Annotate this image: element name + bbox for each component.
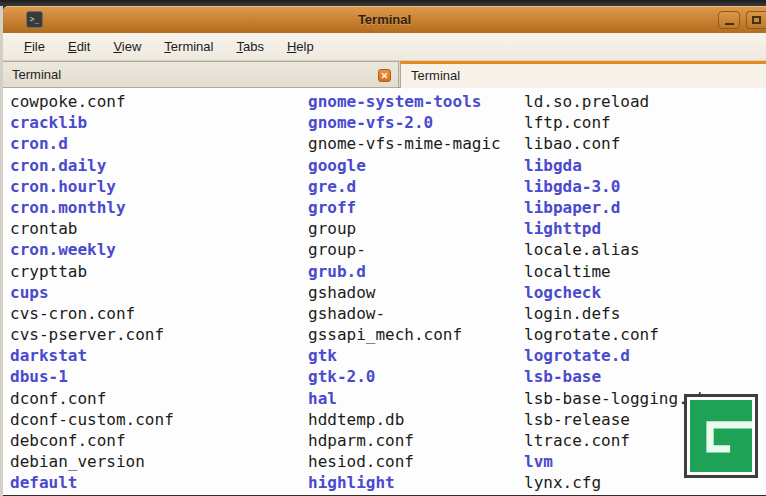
file-entry: gtk-2.0: [308, 366, 501, 387]
file-entry: gnome-vfs-mime-magic: [308, 133, 501, 154]
file-entry: lighttpd: [524, 218, 707, 239]
window-controls: [718, 11, 766, 29]
file-entry: locale.alias: [524, 239, 707, 260]
file-entry: gnome-system-tools: [308, 91, 501, 112]
file-column-3: ld.so.preloadlftp.conflibao.conflibgdali…: [524, 91, 707, 494]
tab-terminal-2[interactable]: Terminal: [400, 61, 766, 88]
maximize-icon: [752, 16, 761, 24]
file-entry: google: [308, 155, 501, 176]
file-entry: cracklib: [10, 112, 174, 133]
file-entry: ltrace.conf: [524, 430, 707, 451]
watermark-g-icon: [690, 400, 752, 472]
file-entry: logrotate.conf: [524, 324, 707, 345]
file-entry: login.defs: [524, 303, 707, 324]
file-entry: lsb-release: [524, 409, 707, 430]
file-column-2: gnome-system-toolsgnome-vfs-2.0gnome-vfs…: [308, 91, 501, 494]
file-entry: cron.monthly: [10, 197, 174, 218]
file-entry: libgda: [524, 155, 707, 176]
file-entry: lftp.conf: [524, 112, 707, 133]
file-entry: cron.weekly: [10, 239, 174, 260]
tab-close-icon[interactable]: ✕: [378, 69, 391, 82]
file-entry: gnome-vfs-2.0: [308, 112, 501, 133]
tab-terminal-1[interactable]: Terminal ✕: [3, 61, 399, 88]
file-entry: cups: [10, 282, 174, 303]
file-entry: dconf-custom.conf: [10, 409, 174, 430]
file-entry: libpaper.d: [524, 197, 707, 218]
menu-bar: FileEditViewTerminalTabsHelp: [3, 33, 766, 61]
file-entry: hdparm.conf: [308, 430, 501, 451]
file-entry: groff: [308, 197, 501, 218]
tab-bar: Terminal ✕ Terminal: [3, 61, 766, 88]
file-entry: cron.hourly: [10, 176, 174, 197]
menu-item-file[interactable]: File: [16, 36, 53, 57]
menu-item-help[interactable]: Help: [279, 36, 322, 57]
file-entry: group: [308, 218, 501, 239]
file-entry: localtime: [524, 261, 707, 282]
file-entry: logrotate.d: [524, 345, 707, 366]
file-entry: gtk: [308, 345, 501, 366]
file-entry: ld.so.preload: [524, 91, 707, 112]
file-entry: hesiod.conf: [308, 451, 501, 472]
file-entry: gshadow: [308, 282, 501, 303]
file-entry: gssapi_mech.conf: [308, 324, 501, 345]
file-entry: lvm: [524, 451, 707, 472]
file-entry: hddtemp.db: [308, 409, 501, 430]
file-entry: cvs-pserver.conf: [10, 324, 174, 345]
file-entry: dbus-1: [10, 366, 174, 387]
file-entry: crontab: [10, 218, 174, 239]
tab-label: Terminal: [411, 68, 460, 83]
file-entry: crypttab: [10, 261, 174, 282]
file-entry: gshadow-: [308, 303, 501, 324]
menu-item-tabs[interactable]: Tabs: [228, 36, 271, 57]
file-entry: dconf.conf: [10, 388, 174, 409]
terminal-output[interactable]: cowpoke.confcracklibcron.dcron.dailycron…: [3, 88, 766, 495]
minimize-button[interactable]: [718, 11, 740, 29]
file-entry: debian_version: [10, 451, 174, 472]
file-entry: cron.d: [10, 133, 174, 154]
file-entry: logcheck: [524, 282, 707, 303]
file-entry: cowpoke.conf: [10, 91, 174, 112]
window-title: Terminal: [3, 7, 766, 34]
screen: >_ Terminal FileEditViewTerminalTabsHelp…: [0, 0, 766, 496]
file-entry: hal: [308, 388, 501, 409]
terminal-window: >_ Terminal FileEditViewTerminalTabsHelp…: [0, 6, 766, 496]
file-entry: darkstat: [10, 345, 174, 366]
file-entry: default: [10, 472, 174, 493]
window-titlebar[interactable]: >_ Terminal: [3, 6, 766, 33]
watermark-logo: [684, 394, 758, 478]
file-entry: lynx.cfg: [524, 472, 707, 493]
file-entry: gre.d: [308, 176, 501, 197]
file-entry: debconf.conf: [10, 430, 174, 451]
minimize-icon: [725, 23, 734, 25]
menu-item-view[interactable]: View: [105, 36, 149, 57]
file-entry: highlight: [308, 472, 501, 493]
file-entry: libgda-3.0: [524, 176, 707, 197]
maximize-button[interactable]: [746, 11, 766, 29]
file-entry: lsb-base: [524, 366, 707, 387]
menu-item-terminal[interactable]: Terminal: [156, 36, 221, 57]
file-entry: lsb-base-logging.sh: [524, 388, 707, 409]
file-entry: group-: [308, 239, 501, 260]
file-column-1: cowpoke.confcracklibcron.dcron.dailycron…: [10, 91, 174, 494]
file-entry: libao.conf: [524, 133, 707, 154]
file-entry: grub.d: [308, 261, 501, 282]
menu-item-edit[interactable]: Edit: [60, 36, 98, 57]
file-entry: cvs-cron.conf: [10, 303, 174, 324]
file-entry: cron.daily: [10, 155, 174, 176]
tab-label: Terminal: [12, 67, 61, 82]
